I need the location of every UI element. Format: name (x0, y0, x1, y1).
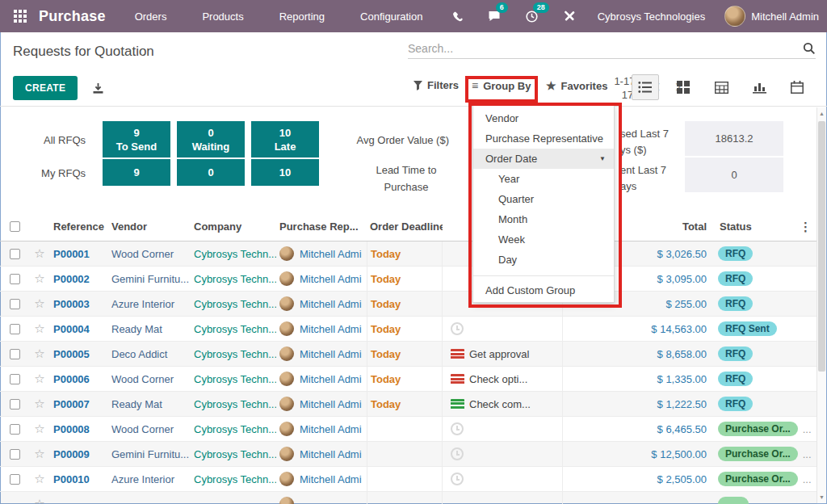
rfq-reference[interactable]: P00002 (50, 273, 108, 285)
company-cell[interactable]: Cybrosys Techn... (191, 398, 276, 410)
company-cell[interactable]: Cybrosys Techn... (191, 248, 276, 260)
row-checkbox[interactable] (10, 399, 20, 410)
company-cell[interactable]: Cybrosys Techn... (191, 323, 276, 335)
nav-menu-products[interactable]: Products (202, 10, 243, 23)
scroll-up-icon[interactable]: ▲ (817, 111, 826, 116)
activity-cell[interactable] (443, 317, 562, 341)
activity-cell[interactable]: Get approval (443, 342, 562, 366)
tile-my-to-send[interactable]: 9 (103, 159, 170, 186)
apps-grid-icon[interactable] (8, 4, 32, 28)
favorites-button[interactable]: ★ Favorites (546, 79, 607, 92)
user-menu[interactable]: Mitchell Admin (724, 6, 819, 27)
row-checkbox[interactable] (10, 249, 20, 259)
rfq-reference[interactable]: P00005 (50, 348, 108, 360)
activity-cell[interactable] (443, 442, 562, 466)
groupby-option[interactable]: Purchase Representative (473, 128, 614, 149)
company-cell[interactable]: Cybrosys Techn... (191, 473, 276, 485)
star-icon[interactable]: ☆ (34, 472, 44, 485)
debug-tools-icon[interactable] (560, 7, 578, 25)
header-purchase-rep[interactable]: Purchase Rep... (276, 220, 367, 233)
table-row[interactable]: ☆P00009Gemini Furnitu...Cybrosys Techn..… (0, 442, 817, 467)
activities-clock-icon[interactable]: 28 (523, 7, 541, 25)
company-cell[interactable]: Cybrosys Techn... (191, 298, 276, 310)
row-checkbox[interactable] (10, 449, 20, 460)
tile-late[interactable]: 10 Late (251, 121, 319, 158)
star-icon[interactable]: ☆ (34, 447, 44, 460)
optional-columns-icon[interactable]: ⋮ (800, 220, 812, 234)
activity-list-icon[interactable] (451, 349, 464, 359)
row-checkbox[interactable] (10, 299, 20, 309)
clock-icon[interactable] (451, 422, 464, 435)
table-row[interactable]: ☆P00004Ready MatCybrosys Techn...Mitchel… (0, 317, 817, 342)
star-icon[interactable]: ☆ (34, 271, 44, 285)
rfq-reference[interactable]: P00004 (50, 323, 108, 335)
rfq-reference[interactable]: P00007 (50, 398, 108, 410)
star-icon[interactable]: ☆ (34, 346, 44, 360)
rfq-reference[interactable]: P00010 (50, 473, 108, 485)
nav-menu-configuration[interactable]: Configuration (360, 10, 422, 23)
tile-waiting[interactable]: 0 Waiting (177, 121, 245, 158)
tile-my-waiting[interactable]: 0 (177, 159, 245, 186)
groupby-option[interactable]: Order Date▼ (473, 149, 614, 169)
scroll-down-icon[interactable]: ▼ (817, 494, 826, 500)
header-vendor[interactable]: Vendor (108, 220, 191, 233)
table-row[interactable]: ☆P00010Azure InteriorCybrosys Techn...Mi… (0, 467, 817, 492)
activity-list-icon[interactable] (451, 399, 464, 410)
groupby-option[interactable]: Vendor (473, 108, 614, 128)
company-cell[interactable]: Cybrosys Techn... (191, 448, 276, 460)
activity-label[interactable]: Check com... (469, 398, 531, 410)
row-checkbox[interactable] (10, 349, 20, 359)
graph-view-icon[interactable] (745, 74, 773, 100)
add-custom-group-option[interactable]: Add Custom Group (473, 280, 614, 300)
groupby-button[interactable]: ≡ Group By (472, 79, 531, 92)
row-checkbox[interactable] (10, 424, 20, 435)
groupby-option[interactable]: Month (473, 209, 614, 229)
activity-label[interactable]: Get approval (469, 348, 529, 360)
nav-menu-reporting[interactable]: Reporting (279, 10, 325, 23)
company-cell[interactable]: Cybrosys Techn... (191, 348, 276, 360)
clock-icon[interactable] (451, 447, 464, 460)
activity-cell[interactable]: Check opti... (443, 367, 562, 391)
rfq-reference[interactable]: P00006 (50, 373, 108, 385)
groupby-option[interactable]: Year (473, 169, 614, 189)
rfq-reference[interactable]: P00009 (50, 448, 108, 460)
filters-button[interactable]: Filters (414, 79, 459, 91)
select-all-checkbox[interactable] (10, 221, 20, 232)
row-checkbox[interactable] (10, 474, 20, 485)
company-switcher[interactable]: Cybrosys Technologies (598, 10, 705, 23)
app-title[interactable]: Purchase (39, 8, 106, 25)
groupby-option[interactable]: Quarter (473, 189, 614, 209)
company-cell[interactable]: Cybrosys Techn... (191, 423, 276, 435)
list-view-icon[interactable] (632, 74, 659, 100)
star-icon[interactable]: ☆ (34, 321, 44, 335)
tile-to-send[interactable]: 9 To Send (103, 121, 170, 158)
nav-menu-orders[interactable]: Orders (135, 10, 167, 23)
rfq-reference[interactable]: P00003 (50, 298, 108, 310)
activity-cell[interactable]: Check com... (443, 392, 562, 416)
table-row[interactable]: ☆P00005Deco AddictCybrosys Techn...Mitch… (0, 342, 817, 367)
row-checkbox[interactable] (10, 374, 20, 384)
table-row[interactable]: ☆P00006Wood CornerCybrosys Techn...Mitch… (0, 367, 817, 392)
activity-label[interactable]: Check opti... (469, 373, 527, 385)
rfq-reference[interactable]: P00001 (50, 248, 108, 260)
table-row-partial[interactable]: ☆ (0, 492, 817, 504)
scrollbar-thumb[interactable] (818, 121, 825, 372)
vertical-scrollbar[interactable]: ▲ ▼ (817, 107, 826, 503)
activity-cell[interactable] (443, 467, 562, 491)
clock-icon[interactable] (451, 472, 464, 485)
table-row[interactable]: ☆P00008Wood CornerCybrosys Techn...Mitch… (0, 417, 817, 442)
rfq-reference[interactable]: P00008 (50, 423, 108, 435)
header-reference[interactable]: Reference (50, 220, 108, 233)
table-row[interactable]: ☆P00003Azure InteriorCybrosys Techn...Mi… (0, 292, 817, 317)
search-input[interactable] (408, 42, 803, 55)
tile-my-late[interactable]: 10 (251, 159, 319, 186)
header-order-deadline[interactable]: Order Deadline (367, 220, 443, 233)
row-checkbox[interactable] (10, 324, 20, 334)
star-icon[interactable]: ☆ (34, 372, 44, 385)
star-icon[interactable]: ☆ (34, 296, 44, 310)
pivot-view-icon[interactable] (707, 74, 735, 100)
table-row[interactable]: ☆P00001Wood CornerCybrosys Techn...Mitch… (0, 242, 817, 267)
kanban-view-icon[interactable] (670, 74, 697, 100)
search-icon[interactable] (803, 42, 816, 55)
table-row[interactable]: ☆P00002Gemini Furnitu...Cybrosys Techn..… (0, 267, 817, 292)
